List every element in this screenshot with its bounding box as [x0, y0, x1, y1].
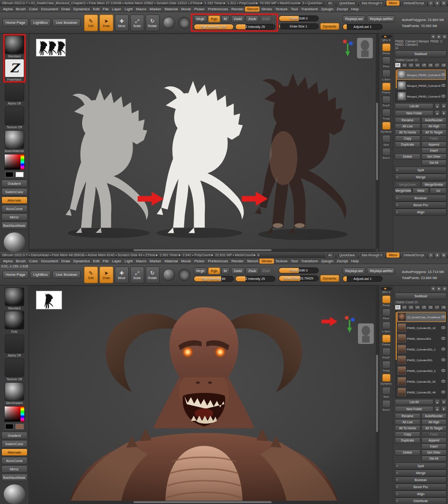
brush-thumbnail[interactable]	[5, 287, 24, 306]
subtool-action-button[interactable]: Delete	[395, 449, 420, 455]
subtool-up-icon[interactable]: ▲	[434, 103, 440, 109]
visibility-eye-icon[interactable]	[441, 358, 445, 361]
menu-item[interactable]: Layer	[110, 259, 123, 264]
visibility-preset-button[interactable]: V7	[434, 305, 440, 310]
brush-thumbnail[interactable]: Z	[5, 59, 24, 77]
document-canvas[interactable]	[29, 286, 379, 504]
transform-mode-button[interactable]: ➤Draw	[99, 266, 113, 283]
subtool-item[interactable]: PM3D_Cylinder3D_12	[397, 322, 446, 333]
texture-slot[interactable]: Texture Off	[5, 106, 24, 129]
primary-color-swatch[interactable]	[5, 424, 14, 429]
document-thumbnail[interactable]	[36, 291, 62, 309]
left-tray-button[interactable]: Mirror	[1, 213, 28, 221]
menu-item[interactable]: Transform	[299, 7, 319, 12]
view-toggle[interactable]: Dynamic	[381, 122, 392, 133]
view-toggle[interactable]: L.Sym	[382, 322, 391, 333]
subtool-action-button[interactable]: AutoReorder	[421, 117, 447, 123]
visibility-preset-button[interactable]: V1	[395, 63, 401, 68]
rgb-intensity-slider[interactable]: Rgb Intensity 69	[194, 276, 234, 282]
shelf-nav-button[interactable]: Live Boolean	[52, 271, 80, 279]
visibility-preset-button[interactable]: V2	[401, 63, 407, 68]
menu-item[interactable]: Brush	[14, 7, 27, 12]
menu-item[interactable]: Texture	[274, 259, 289, 264]
dynamic-draw-size-button[interactable]: Dynamic	[320, 275, 339, 282]
view-toggle[interactable]: Floor	[382, 56, 391, 68]
subtool-action-button[interactable]: All Low	[395, 123, 420, 129]
titlebar-button[interactable]: AC	[326, 252, 335, 258]
menu-item[interactable]: Help	[350, 259, 360, 264]
sculpt-mode-button[interactable]: Zsub	[245, 15, 259, 22]
transform-mode-button[interactable]: ✚Move	[115, 266, 129, 283]
transform-mode-button[interactable]: ✎Edit	[84, 14, 98, 31]
tray-collapse-icon[interactable]: ▾	[437, 35, 441, 39]
subtool-item[interactable]: PM3D_Cylinder3D_52	[397, 376, 446, 386]
merge-action-button[interactable]: Weld	[413, 188, 429, 194]
subtool-item[interactable]: Merged_PM3D_Cylinder3D_17	[397, 91, 446, 101]
menu-item[interactable]: Stroke	[259, 7, 273, 12]
sculpt-mode-button[interactable]: Zadd	[231, 267, 245, 274]
focal-shift-slider[interactable]: Focal Shift 0	[279, 267, 319, 273]
tool-name[interactable]: PM3D_Cylinder3 Merged_PM3D_C	[395, 40, 447, 43]
subtool-action-button[interactable]: Rename	[395, 413, 420, 419]
tool-name[interactable]: PM3D_Cylinder3	[395, 43, 447, 46]
transform-mode-button[interactable]: ✎Edit	[84, 266, 98, 283]
subtool-item[interactable]: Merged_PM3D_Cylinder3D1_3	[397, 70, 446, 80]
view-toggle[interactable]: Trnsp	[382, 109, 391, 120]
titlebar-button[interactable]: Menu	[386, 252, 399, 258]
folder-up-icon[interactable]: ▲	[434, 406, 440, 412]
visibility-preset-button[interactable]: V1	[395, 305, 401, 310]
visibility-eye-icon[interactable]	[441, 337, 445, 340]
hue-strip[interactable]	[21, 154, 24, 169]
subtool-action-button[interactable]: Duplicate	[395, 437, 420, 443]
creature-render[interactable]	[29, 34, 378, 252]
tray-menu-icon[interactable]: ≡	[431, 287, 435, 291]
titlebar-button[interactable]: AC	[326, 0, 335, 6]
material-preview-sphere[interactable]	[4, 232, 25, 252]
left-tray-button[interactable]: BackfaceMask	[1, 222, 28, 229]
list-all-button[interactable]: List All	[395, 399, 434, 405]
subtool-action-button[interactable]: Copy	[395, 135, 420, 141]
camera-head-icon[interactable]	[358, 323, 374, 344]
tool-name[interactable]: 11	[395, 46, 447, 49]
subtool-action-button[interactable]: Del All	[421, 455, 447, 462]
subtool-action-button[interactable]: Append	[421, 437, 447, 443]
left-tray-button[interactable]: AccuCurve	[1, 205, 28, 212]
subtool-down-icon[interactable]: ▼	[441, 399, 447, 405]
orientation-gizmo[interactable]	[342, 39, 354, 57]
menu-item[interactable]: Movie	[179, 7, 192, 12]
menu-item[interactable]: Color	[27, 259, 39, 264]
menu-item[interactable]: Document	[40, 7, 60, 12]
palette-section-bar[interactable]: Align	[395, 209, 447, 216]
titlebar-button[interactable]: QuickSave	[337, 252, 357, 258]
visibility-eye-icon[interactable]	[441, 326, 445, 329]
shelf-nav-button[interactable]: Home Page	[2, 19, 28, 27]
z-intensity-slider[interactable]: Z Intensity 25	[235, 276, 275, 282]
new-folder-button[interactable]: New Folder	[395, 406, 434, 412]
material-sphere-icon[interactable]	[163, 269, 175, 281]
draw-size-slider[interactable]: Draw Size 53.79429	[279, 275, 319, 281]
material-thumbnail[interactable]	[5, 130, 24, 149]
menu-item[interactable]: Stencil	[245, 259, 259, 264]
view-toggle[interactable]: L.Sym	[382, 70, 391, 81]
replay-button[interactable]: ReplayLast	[343, 15, 366, 22]
subtool-action-button[interactable]: All To Home	[395, 129, 420, 135]
menu-item[interactable]: Preferences	[206, 259, 230, 264]
palette-section-bar[interactable]: Boolean	[395, 476, 447, 483]
menu-item[interactable]: Light	[123, 7, 134, 12]
subtool-action-button[interactable]: All To Target	[421, 129, 447, 135]
window-menu-icon[interactable]: ≡	[428, 1, 433, 6]
shelf-nav-button[interactable]: Home Page	[2, 271, 28, 279]
camera-head-icon[interactable]	[357, 38, 373, 58]
subtool-item[interactable]: Merged_PM3D_Cylinder3D_16	[397, 80, 446, 91]
window-close-icon[interactable]: ✕	[441, 1, 446, 6]
palette-section-bar[interactable]: Merge	[395, 469, 447, 476]
window-menu-icon[interactable]: ≡	[428, 253, 433, 258]
material-preview-sphere[interactable]	[4, 484, 25, 504]
material-slot[interactable]: SkinShade4	[5, 382, 24, 405]
visibility-eye-icon[interactable]	[441, 348, 445, 350]
hue-strip[interactable]	[21, 406, 24, 421]
menu-item[interactable]: Edit	[91, 259, 101, 264]
transform-mode-button[interactable]: ⤢Scale	[130, 266, 144, 283]
color-picker[interactable]	[4, 406, 25, 422]
merge-action-button[interactable]: MergeDown	[395, 182, 420, 188]
